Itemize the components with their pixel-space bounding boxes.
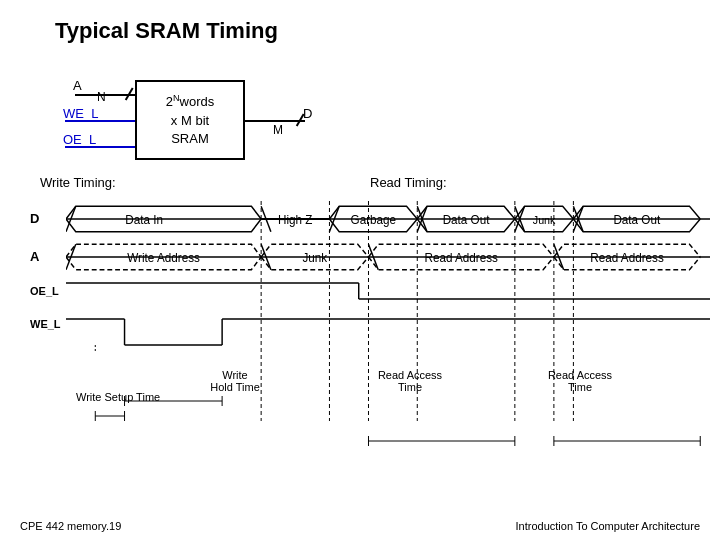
wel-waveform	[66, 309, 710, 359]
read-access2-label: Read AccessTime	[540, 369, 620, 393]
page-title: Typical SRAM Timing	[55, 18, 278, 44]
a-row-label: A	[30, 249, 66, 264]
footer-left: CPE 442 memory.19	[20, 520, 121, 532]
svg-text:High Z: High Z	[278, 213, 313, 228]
label-d: D	[303, 106, 312, 121]
svg-text:Junk: Junk	[302, 251, 328, 266]
oel-waveform	[66, 277, 710, 305]
d-row-label: D	[30, 211, 66, 226]
d-slash	[285, 107, 304, 126]
svg-text:Garbage: Garbage	[351, 213, 397, 228]
d-waveform-row: D	[30, 201, 710, 235]
oel-row-label: OE_L	[30, 285, 66, 297]
write-timing-label: Write Timing:	[40, 175, 116, 190]
read-timing-label: Read Timing:	[370, 175, 447, 190]
label-m: M	[273, 123, 283, 137]
timing-section: Write Timing: Read Timing: D	[30, 175, 710, 411]
svg-text:Data Out: Data Out	[443, 213, 490, 228]
svg-text:Read Address: Read Address	[424, 251, 497, 266]
svg-text:Data In: Data In	[125, 213, 163, 228]
sram-box: 2Nwords x M bit SRAM	[135, 80, 245, 160]
label-a: A	[73, 78, 82, 93]
footer-right: Introduction To Computer Architecture	[516, 520, 700, 532]
a-waveform: Write Address Junk Read Address Read Add…	[66, 239, 710, 275]
write-hold-label: WriteHold Time	[200, 369, 270, 393]
wel-waveform-row: WE_L	[30, 309, 710, 359]
label-oel: OE_L	[63, 132, 96, 147]
a-waveform-row: A Write Address Junk Read Address Read A…	[30, 239, 710, 273]
wel-row-label: WE_L	[30, 318, 66, 330]
d-waveform: Data In High Z Garbage Data Out Junk Dat…	[66, 201, 710, 237]
timing-annotations: Write Setup Time WriteHold Time Read Acc…	[30, 361, 710, 411]
label-n: N	[97, 90, 106, 104]
svg-text:Junk: Junk	[533, 214, 556, 226]
a-slash	[114, 81, 133, 100]
svg-text:Read Address: Read Address	[590, 251, 663, 266]
svg-text:Write Address: Write Address	[127, 251, 200, 266]
write-setup-label: Write Setup Time	[76, 391, 160, 403]
read-access1-label: Read AccessTime	[370, 369, 450, 393]
svg-text:Data Out: Data Out	[613, 213, 660, 228]
oel-waveform-row: OE_L	[30, 277, 710, 305]
label-wel: WE_L	[63, 106, 98, 121]
footer: CPE 442 memory.19 Introduction To Comput…	[20, 520, 700, 532]
